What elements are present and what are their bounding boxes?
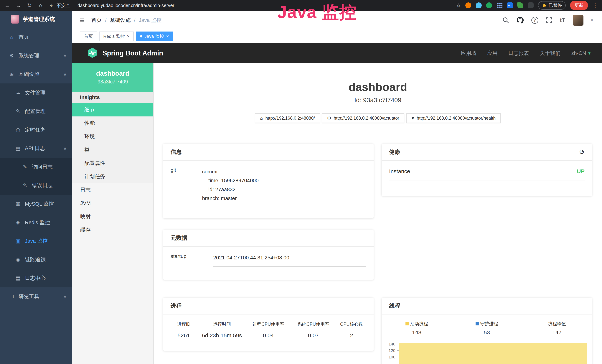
sidebar-item-label: 访问日志 <box>32 163 53 171</box>
address-bar[interactable]: ⚠ 不安全 | dashboard.yudao.iocoder.cn/infra… <box>49 2 174 9</box>
process-cpu: 0.04 <box>245 332 291 339</box>
java-monitor-icon: ▣ <box>15 238 21 244</box>
process-table: 进程ID 运行时间 进程CPU使用率 系统CPU使用率 CPU核心数 5261 … <box>169 321 368 339</box>
sba-nav-wallboard[interactable]: 应用墙 <box>461 50 476 57</box>
avatar[interactable] <box>573 15 583 26</box>
git-commit-id: id: 27aa832 <box>202 185 366 194</box>
github-icon[interactable] <box>516 17 524 24</box>
tab-redis-monitor[interactable]: Redis 监控 × <box>99 32 134 41</box>
instance-url-link[interactable]: ⌂ http://192.168.0.2:48080/ <box>255 113 320 123</box>
cards-left-column: 信息 git commit: time: 1596289704000 id: 2… <box>163 144 374 351</box>
tab-label: 首页 <box>84 33 93 39</box>
extension-grid-icon[interactable] <box>496 2 502 8</box>
sidebar-item-access-logs[interactable]: ✎ 访问日志 <box>0 158 72 176</box>
extension-green-circle-icon[interactable] <box>486 2 492 8</box>
extension-drop-icon[interactable] <box>476 2 482 8</box>
back-icon[interactable]: ← <box>4 2 10 9</box>
breadcrumb-separator: / <box>105 17 107 23</box>
instance-header[interactable]: dashboard 93a3fc7f7409 <box>72 63 153 92</box>
tab-label: Java 监控 <box>144 33 164 39</box>
paused-badge[interactable]: ☻ 已暂停 <box>538 1 566 10</box>
sidebar-item-label: 研发工具 <box>19 293 39 300</box>
sidebar-item-java-monitor[interactable]: ▣ Java 监控 <box>0 232 72 250</box>
url-text[interactable]: dashboard.yudao.iocoder.cn/infra/admin-s… <box>77 3 174 8</box>
sba-nav-journal[interactable]: 日志报表 <box>508 50 529 57</box>
app-menu: ⌂ 首页 ⚙ 系统管理 ∨ ⊞ 基础设施 ∧ ☁ 文件管理 ✎ 配置管理 <box>0 28 72 306</box>
font-size-icon[interactable]: tT <box>560 17 565 23</box>
status-badge: UP <box>577 168 585 174</box>
sidebar-item-config-mgmt[interactable]: ✎ 配置管理 <box>0 102 72 120</box>
sba-nav: 应用墙 应用 日志报表 关于我们 zh-CN ▾ <box>461 50 591 57</box>
sba-logo-icon <box>86 47 98 59</box>
tab-java-monitor[interactable]: Java 监控 × <box>136 32 173 41</box>
legend-value: 143 <box>382 329 452 336</box>
sba-item-logs[interactable]: 日志 <box>72 183 153 197</box>
page-title: dashboard <box>154 80 602 94</box>
extensions-puzzle-icon[interactable] <box>528 2 534 8</box>
sidebar-item-redis-monitor[interactable]: ◈ Redis 监控 <box>0 213 72 232</box>
extension-on-badge[interactable]: on <box>507 2 513 8</box>
edit-icon: ✎ <box>15 108 21 114</box>
toolbox-icon: ☐ <box>9 294 15 300</box>
sba-item-classes[interactable]: 类 <box>72 143 153 157</box>
sba-item-environment[interactable]: 环境 <box>72 130 153 143</box>
sidebar-item-mysql-monitor[interactable]: ▦ MySQL 监控 <box>0 195 72 213</box>
log-icon: ▤ <box>15 275 21 281</box>
sidebar-item-system-mgmt[interactable]: ⚙ 系统管理 ∨ <box>0 46 72 65</box>
search-icon[interactable] <box>502 17 509 23</box>
sidebar-item-label: 首页 <box>19 33 29 41</box>
health-row[interactable]: Instance UP <box>389 168 585 181</box>
health-url-link[interactable]: ♥ http://192.168.0.2:48080/actuator/heal… <box>406 113 501 123</box>
reload-icon[interactable]: ↻ <box>26 2 33 9</box>
health-instance-label: Instance <box>389 168 410 174</box>
breadcrumb-infrastructure[interactable]: 基础设施 <box>110 17 130 24</box>
close-icon[interactable]: × <box>127 34 129 39</box>
sidebar-item-scheduled-tasks[interactable]: ◷ 定时任务 <box>0 120 72 139</box>
sidebar-item-trace[interactable]: ◉ 链路追踪 <box>0 250 72 269</box>
sba-brand[interactable]: Spring Boot Admin <box>103 49 163 57</box>
edit-icon: ✎ <box>22 182 28 188</box>
extension-orange-icon[interactable] <box>465 2 471 8</box>
sba-item-jvm[interactable]: JVM <box>72 197 153 210</box>
close-icon[interactable]: × <box>166 34 169 39</box>
sba-item-scheduled-tasks[interactable]: 计划任务 <box>72 170 153 183</box>
sidebar-item-error-logs[interactable]: ✎ 错误日志 <box>0 176 72 195</box>
caret-down-icon: ▾ <box>588 51 591 56</box>
forward-icon[interactable]: → <box>15 2 22 9</box>
browser-menu-icon[interactable]: ⋮ <box>592 2 598 9</box>
locale-select[interactable]: zh-CN ▾ <box>571 50 591 56</box>
caret-down-icon[interactable]: ▾ <box>591 18 593 23</box>
sidebar-item-infrastructure[interactable]: ⊞ 基础设施 ∧ <box>0 65 72 84</box>
instance-links: ⌂ http://192.168.0.2:48080/ ⚙ http://192… <box>154 113 602 123</box>
hamburger-icon[interactable]: ≡ <box>80 16 85 24</box>
clock-icon: ◷ <box>15 127 21 133</box>
sidebar-item-file-mgmt[interactable]: ☁ 文件管理 <box>0 84 72 102</box>
home-icon[interactable]: ⌂ <box>37 2 44 9</box>
heart-icon: ♥ <box>411 116 414 121</box>
sba-item-caches[interactable]: 缓存 <box>72 223 153 237</box>
sidebar-item-log-center[interactable]: ▤ 日志中心 <box>0 269 72 288</box>
y-tick-label: 100 <box>389 355 396 360</box>
app-logo-row[interactable]: 芋道管理系统 <box>0 11 72 28</box>
sba-item-performance[interactable]: 性能 <box>72 117 153 130</box>
sidebar-item-dev-tools[interactable]: ☐ 研发工具 ∨ <box>0 288 72 306</box>
instance-id-line: Id: 93a3fc7f7409 <box>154 96 602 104</box>
sba-item-details[interactable]: 细节 <box>72 103 153 117</box>
help-icon[interactable]: ? <box>531 17 538 24</box>
sba-nav-about[interactable]: 关于我们 <box>540 50 561 57</box>
actuator-url-link[interactable]: ⚙ http://192.168.0.2:48080/actuator <box>322 113 404 123</box>
sba-item-config-props[interactable]: 配置属性 <box>72 157 153 170</box>
sba-nav-applications[interactable]: 应用 <box>487 50 498 57</box>
history-icon[interactable]: ↺ <box>579 148 585 156</box>
update-button[interactable]: 更新 <box>570 1 588 10</box>
threads-card-title: 线程 <box>382 298 592 314</box>
sidebar-item-home[interactable]: ⌂ 首页 <box>0 28 72 46</box>
header-icons: ? tT ▾ <box>502 15 593 26</box>
extension-leaf-icon[interactable] <box>517 2 523 8</box>
sidebar-item-api-logs[interactable]: ▤ API 日志 ∧ <box>0 139 72 158</box>
tab-home[interactable]: 首页 <box>80 32 97 41</box>
bookmark-star-icon[interactable]: ☆ <box>456 2 461 9</box>
sba-item-mappings[interactable]: 映射 <box>72 210 153 223</box>
breadcrumb-home[interactable]: 首页 <box>91 17 102 24</box>
fullscreen-icon[interactable] <box>546 17 552 23</box>
